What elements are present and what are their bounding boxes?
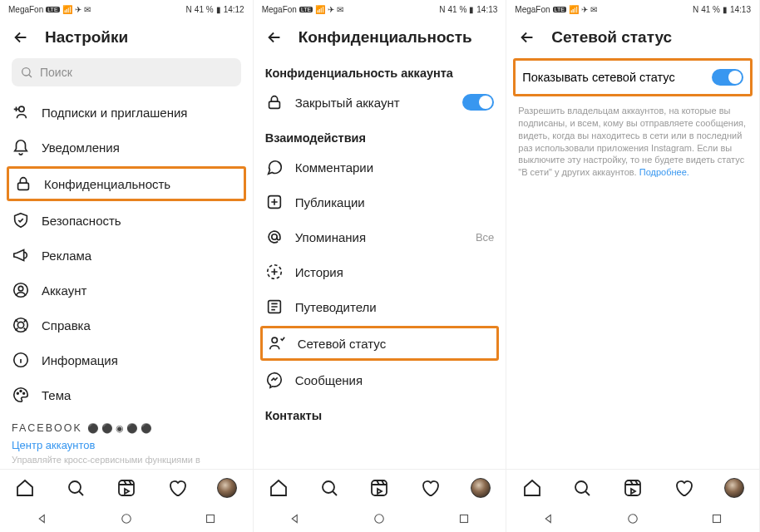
nfc-icon: N bbox=[439, 5, 445, 14]
row-theme[interactable]: Тема bbox=[0, 377, 253, 412]
messenger-icon bbox=[265, 371, 284, 389]
svg-rect-14 bbox=[207, 515, 215, 523]
nav-back[interactable] bbox=[541, 511, 556, 526]
carrier-label: MegaFon bbox=[515, 5, 550, 14]
row-info[interactable]: Информация bbox=[0, 342, 253, 377]
nav-home[interactable] bbox=[372, 511, 387, 526]
status-chip: LTE bbox=[553, 7, 566, 12]
row-label: Реклама bbox=[42, 249, 241, 263]
row-label: Тема bbox=[42, 388, 241, 402]
plane-icon: ✈ bbox=[75, 5, 81, 14]
brand-text: FACEBOOK bbox=[12, 422, 82, 434]
phone-settings: MegaFon LTE 📶 ✈ ✉ N 41 % ▮ 14:12 Настрой… bbox=[0, 0, 254, 532]
tab-activity[interactable] bbox=[420, 478, 440, 498]
section-account-privacy: Конфиденциальность аккаунта bbox=[254, 55, 506, 85]
megaphone-icon bbox=[12, 246, 30, 264]
story-icon bbox=[265, 263, 284, 281]
row-story[interactable]: История bbox=[254, 254, 506, 289]
nav-recent[interactable] bbox=[203, 511, 218, 526]
shield-icon bbox=[12, 211, 30, 229]
user-icon bbox=[12, 281, 30, 299]
row-ads[interactable]: Реклама bbox=[0, 238, 253, 273]
row-label: Комментарии bbox=[295, 160, 495, 175]
battery-icon: ▮ bbox=[216, 5, 221, 14]
tab-search[interactable] bbox=[319, 478, 339, 498]
toggle-private[interactable] bbox=[462, 94, 494, 111]
at-icon bbox=[265, 228, 284, 246]
telegram-icon: ✉ bbox=[590, 5, 597, 14]
row-notifications[interactable]: Уведомления bbox=[0, 130, 253, 165]
svg-point-23 bbox=[375, 515, 384, 524]
row-label: Аккаунт bbox=[42, 283, 241, 298]
bell-icon bbox=[12, 138, 30, 156]
page-title: Сетевой статус bbox=[551, 28, 672, 47]
avatar-icon bbox=[724, 478, 744, 498]
plus-square-icon bbox=[265, 193, 284, 211]
learn-more-link[interactable]: Подробнее. bbox=[639, 167, 689, 177]
tab-profile[interactable] bbox=[217, 478, 237, 498]
tab-bar bbox=[254, 469, 506, 505]
svg-point-0 bbox=[22, 68, 30, 76]
svg-point-6 bbox=[17, 322, 23, 328]
back-button[interactable] bbox=[12, 28, 30, 47]
tab-reels[interactable] bbox=[369, 478, 389, 498]
row-show-activity[interactable]: Показывать сетевой статус bbox=[513, 58, 753, 96]
back-button[interactable] bbox=[265, 28, 284, 47]
back-button[interactable] bbox=[518, 28, 536, 47]
row-messages[interactable]: Сообщения bbox=[254, 362, 506, 397]
telegram-icon: ✉ bbox=[84, 5, 91, 14]
row-activity-status[interactable]: Сетевой статус bbox=[260, 326, 500, 361]
nav-home[interactable] bbox=[625, 511, 640, 526]
tab-bar bbox=[0, 469, 253, 505]
row-privacy[interactable]: Конфиденциальность bbox=[7, 166, 246, 201]
svg-point-9 bbox=[20, 391, 22, 392]
tab-home[interactable] bbox=[269, 478, 289, 498]
carrier-label: MegaFon bbox=[262, 5, 297, 14]
row-security[interactable]: Безопасность bbox=[0, 203, 253, 238]
tab-reels[interactable] bbox=[116, 478, 136, 498]
row-label: Информация bbox=[42, 353, 241, 367]
svg-point-25 bbox=[575, 481, 587, 493]
nfc-icon: N bbox=[693, 5, 698, 14]
status-chip: LTE bbox=[299, 7, 313, 12]
status-bar: MegaFonLTE📶✈✉ N41 %▮14:13 bbox=[506, 0, 759, 18]
search-input[interactable]: Поиск bbox=[12, 58, 241, 86]
accounts-center-link[interactable]: Центр аккаунтов bbox=[0, 434, 253, 453]
plane-icon: ✈ bbox=[328, 5, 334, 14]
row-account[interactable]: Аккаунт bbox=[0, 273, 253, 308]
tab-reels[interactable] bbox=[623, 478, 643, 498]
svg-rect-28 bbox=[713, 515, 721, 523]
tab-profile[interactable] bbox=[471, 478, 491, 498]
row-subscriptions[interactable]: Подписки и приглашения bbox=[0, 95, 253, 130]
activity-icon bbox=[268, 334, 286, 352]
svg-point-27 bbox=[629, 515, 638, 524]
tab-activity[interactable] bbox=[674, 478, 693, 498]
row-mentions[interactable]: Упоминания Все bbox=[254, 219, 506, 254]
tab-profile[interactable] bbox=[724, 478, 744, 498]
row-comments[interactable]: Комментарии bbox=[254, 150, 506, 185]
toggle-show-activity[interactable] bbox=[712, 69, 743, 86]
phone-activity-status: MegaFonLTE📶✈✉ N41 %▮14:13 Сетевой статус… bbox=[506, 0, 760, 532]
tab-search[interactable] bbox=[572, 478, 592, 498]
tab-home[interactable] bbox=[522, 478, 542, 498]
nav-back[interactable] bbox=[35, 511, 50, 526]
toggle-label: Показывать сетевой статус bbox=[522, 71, 703, 84]
row-guides[interactable]: Путеводители bbox=[254, 289, 506, 324]
row-private-account[interactable]: Закрытый аккаунт bbox=[254, 85, 506, 120]
svg-point-8 bbox=[17, 392, 18, 394]
battery-label: 41 % bbox=[195, 5, 214, 14]
nav-bar bbox=[254, 505, 506, 532]
nav-back[interactable] bbox=[288, 511, 303, 526]
row-label: Упоминания bbox=[295, 230, 464, 244]
tab-home[interactable] bbox=[15, 478, 35, 498]
nav-recent[interactable] bbox=[456, 511, 471, 526]
nav-home[interactable] bbox=[119, 511, 134, 526]
status-bar: MegaFonLTE📶✈✉ N41 %▮14:13 bbox=[254, 0, 506, 18]
tab-activity[interactable] bbox=[167, 478, 187, 498]
nav-recent[interactable] bbox=[709, 511, 724, 526]
row-help[interactable]: Справка bbox=[0, 308, 253, 342]
svg-rect-24 bbox=[460, 515, 467, 523]
row-posts[interactable]: Публикации bbox=[254, 185, 506, 219]
svg-rect-15 bbox=[269, 101, 279, 108]
tab-search[interactable] bbox=[66, 478, 86, 498]
